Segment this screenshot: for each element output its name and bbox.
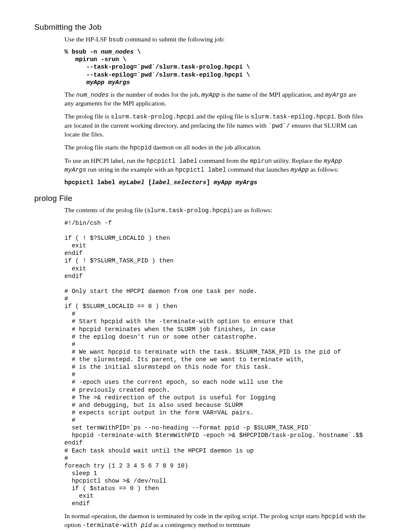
- section-heading-prolog: prolog File: [34, 193, 367, 204]
- text: The: [64, 91, 76, 98]
- inline-code: slurm.task-epilog.hpcpi: [251, 113, 335, 120]
- code-block-bsub: % bsub -n num_nodes \ mpirun -srun \ --t…: [64, 48, 367, 86]
- text: command from the: [197, 157, 250, 164]
- code-text: myLabel: [119, 179, 145, 186]
- inline-code: hpcpictl label: [146, 158, 197, 164]
- code-text: label_selectors: [152, 179, 207, 186]
- inline-code: hpcpictl label: [175, 167, 226, 173]
- para: To use an HPCPI label, run the hpcpictl …: [64, 157, 367, 175]
- section-heading-submitting: Submitting the Job: [34, 22, 367, 33]
- inline-code: num_nodes: [76, 92, 109, 98]
- inline-code: myApp: [291, 167, 309, 173]
- section1-body: Use the HP-LSF bsub command to submit th…: [64, 35, 367, 187]
- inline-code: hpcpid: [321, 513, 343, 520]
- code-block-prolog: #!/bin/csh -f if ( ! $?SLURM_LOCALID ) t…: [64, 219, 367, 508]
- para: Use the HP-LSF bsub command to submit th…: [64, 35, 367, 44]
- code-text: ]: [206, 179, 213, 186]
- text: as follows:: [309, 166, 338, 173]
- para: The contents of the prolog file (slurm.t…: [64, 206, 367, 215]
- inline-code: myApp: [202, 92, 220, 98]
- text: and the epilog file is: [194, 113, 251, 120]
- text: utility. Replace the: [272, 157, 324, 164]
- text: ) are as follows:: [230, 206, 272, 213]
- inline-code: `pwd`/: [268, 123, 290, 129]
- code-text: [: [144, 179, 151, 186]
- text: The prolog file starts the: [64, 144, 130, 151]
- text: command to submit the following job:: [123, 36, 225, 43]
- text: In normal operation, the daemon is termi…: [64, 512, 321, 519]
- text: The contents of the prolog file (: [64, 206, 147, 213]
- code-text: hpcpictl label: [64, 179, 119, 186]
- inline-code: hpcpid: [130, 144, 151, 151]
- text: The prolog file is: [64, 113, 111, 120]
- code-text: % bsub -n num_nodes \ mpirun -srun \ --t…: [64, 49, 250, 86]
- text: To use an HPCPI label, run the: [64, 157, 146, 164]
- inline-code: slurm.task-prolog.hpcpi: [147, 207, 230, 214]
- section2-body: The contents of the prolog file (slurm.t…: [64, 206, 367, 529]
- text: as a contingency method to terminate: [152, 521, 251, 528]
- para: In normal operation, the daemon is termi…: [64, 512, 367, 530]
- text: Use the HP-LSF: [64, 36, 109, 43]
- text: daemon on all nodes in the job allocatio…: [151, 144, 261, 151]
- text: is the number of nodes for the job,: [109, 91, 201, 98]
- inline-code: pid: [141, 522, 152, 529]
- text: is the name of the MPI application, and: [220, 91, 325, 98]
- inline-code: bsub: [109, 36, 123, 43]
- inline-code: slurm.task-prolog.hpcpi: [111, 113, 194, 120]
- inline-code: -terminate-with: [83, 522, 141, 529]
- text: command that launches: [226, 166, 291, 173]
- para: The prolog file is slurm.task-prolog.hpc…: [64, 112, 367, 139]
- code-text: myApp myArgs: [214, 179, 257, 186]
- inline-code: mpirun: [250, 158, 272, 164]
- inline-code: myArgs: [325, 92, 347, 98]
- text: run string in the example with an: [86, 166, 175, 173]
- para: The num_nodes is the number of nodes for…: [64, 90, 367, 108]
- code-line-hpcpictl: hpcpictl label myLabel [label_selectors]…: [64, 179, 367, 187]
- para: The prolog file starts the hpcpid daemon…: [64, 143, 367, 152]
